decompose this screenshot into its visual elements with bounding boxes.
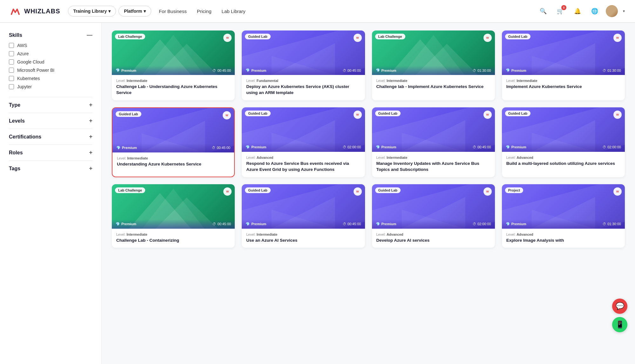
badge-tag-2: Guided Lab bbox=[245, 34, 271, 39]
expand-icon: + bbox=[89, 149, 92, 156]
logo[interactable]: WHIZLABS bbox=[10, 5, 60, 17]
card-thumb-5: Guided LabW 💎 Premium ⏱ 00:45:00 bbox=[112, 108, 234, 152]
wl-logo-5: W bbox=[223, 111, 231, 119]
card-level-12: Level: Advanced bbox=[506, 233, 620, 236]
card-12[interactable]: ProjectW 💎 Premium ⏱ 01:30:00 Level: Adv… bbox=[502, 184, 625, 248]
language-button[interactable]: 🌐 bbox=[589, 5, 601, 17]
pricing-link[interactable]: Pricing bbox=[192, 9, 217, 14]
clock-icon: ⏱ bbox=[343, 222, 346, 226]
diamond-icon: 💎 bbox=[246, 222, 250, 226]
bell-icon: 🔔 bbox=[574, 8, 581, 15]
card-4[interactable]: Guided LabW 💎 Premium ⏱ 01:30:00 Level: … bbox=[502, 30, 625, 100]
card-11[interactable]: Guided LabW 💎 Premium ⏱ 02:00:00 Level: … bbox=[372, 184, 495, 248]
card-5[interactable]: Guided LabW 💎 Premium ⏱ 00:45:00 Level: … bbox=[112, 107, 235, 177]
skills-header[interactable]: Skills — bbox=[9, 32, 92, 38]
card-3[interactable]: Lab ChallengeW 💎 Premium ⏱ 01:30:00 Leve… bbox=[372, 30, 495, 100]
skill-checkbox-kubernetes[interactable] bbox=[9, 76, 14, 81]
expand-icon: + bbox=[89, 165, 92, 172]
skill-checkbox-aws[interactable] bbox=[9, 43, 14, 48]
card-title-6: Respond to Azure Service Bus events rece… bbox=[246, 161, 360, 173]
card-title-11: Develop Azure AI services bbox=[376, 238, 490, 244]
card-thumb-8: Guided LabW 💎 Premium ⏱ 02:00:00 bbox=[502, 107, 625, 152]
roles-filter[interactable]: Roles + bbox=[9, 145, 92, 160]
clock-icon: ⏱ bbox=[603, 222, 606, 226]
card-level-3: Level: Intermediate bbox=[376, 79, 490, 83]
card-1[interactable]: Lab ChallengeW 💎 Premium ⏱ 00:45:00 Leve… bbox=[112, 30, 235, 100]
card-thumb-1: Lab ChallengeW 💎 Premium ⏱ 00:45:00 bbox=[112, 30, 235, 75]
card-7[interactable]: Guided LabW 💎 Premium ⏱ 00:45:00 Level: … bbox=[372, 107, 495, 177]
skill-checkbox-microsoft-power-bi[interactable] bbox=[9, 68, 14, 73]
premium-tag-5: 💎 Premium bbox=[116, 146, 137, 150]
card-level-8: Level: Advanced bbox=[506, 156, 620, 159]
platform-btn[interactable]: Platform ▾ bbox=[118, 6, 151, 17]
certifications-filter[interactable]: Certifications + bbox=[9, 129, 92, 145]
notification-button[interactable]: 🔔 bbox=[571, 5, 584, 17]
certifications-label: Certifications bbox=[9, 134, 41, 140]
card-title-10: Use an Azure AI Services bbox=[246, 238, 360, 244]
time-tag-7: ⏱ 00:45:00 bbox=[473, 145, 491, 149]
skill-checkbox-azure[interactable] bbox=[9, 51, 14, 56]
clock-icon: ⏱ bbox=[343, 69, 346, 72]
sidebar: Skills — AWSAzureGoogle CloudMicrosoft P… bbox=[0, 23, 102, 364]
card-title-1: Challenge Lab - Understanding Azure Kube… bbox=[116, 84, 230, 96]
skill-item-kubernetes: Kubernetes bbox=[9, 76, 92, 81]
card-9[interactable]: Lab ChallengeW 💎 Premium ⏱ 00:45:00 Leve… bbox=[112, 184, 235, 248]
wl-logo-2: W bbox=[354, 34, 362, 42]
skill-checkbox-google-cloud[interactable] bbox=[9, 59, 14, 64]
chat-button[interactable]: 💬 bbox=[612, 299, 627, 314]
card-10[interactable]: Guided LabW 💎 Premium ⏱ 00:45:00 Level: … bbox=[242, 184, 365, 248]
skill-checkbox-jupyter[interactable] bbox=[9, 84, 14, 89]
skills-label: Skills bbox=[9, 32, 22, 38]
diamond-icon: 💎 bbox=[376, 68, 380, 72]
for-business-link[interactable]: For Business bbox=[154, 9, 192, 14]
card-thumb-11: Guided LabW 💎 Premium ⏱ 02:00:00 bbox=[372, 184, 495, 229]
training-library-btn[interactable]: Training Library ▾ bbox=[68, 6, 116, 17]
skill-label-kubernetes: Kubernetes bbox=[17, 76, 40, 81]
diamond-icon: 💎 bbox=[506, 68, 510, 72]
card-8[interactable]: Guided LabW 💎 Premium ⏱ 02:00:00 Level: … bbox=[502, 107, 625, 177]
badge-tag-8: Guided Lab bbox=[505, 111, 531, 116]
wl-logo-11: W bbox=[483, 187, 492, 196]
type-filter[interactable]: Type + bbox=[9, 97, 92, 113]
card-level-9: Level: Intermediate bbox=[116, 233, 230, 236]
skill-label-microsoft-power-bi: Microsoft Power BI bbox=[17, 68, 54, 73]
lab-library-link[interactable]: Lab Library bbox=[217, 9, 251, 14]
chevron-down-icon: ▾ bbox=[144, 9, 146, 14]
badge-tag-1: Lab Challenge bbox=[115, 34, 145, 39]
skill-label-azure: Azure bbox=[17, 51, 29, 56]
card-thumb-7: Guided LabW 💎 Premium ⏱ 00:45:00 bbox=[372, 107, 495, 152]
premium-tag-10: 💎 Premium bbox=[246, 222, 266, 226]
card-6[interactable]: Guided LabW 💎 Premium ⏱ 02:00:00 Level: … bbox=[242, 107, 365, 177]
badge-tag-10: Guided Lab bbox=[245, 187, 271, 193]
main-content: Lab ChallengeW 💎 Premium ⏱ 00:45:00 Leve… bbox=[102, 23, 635, 364]
search-button[interactable]: 🔍 bbox=[537, 5, 549, 17]
card-level-1: Level: Intermediate bbox=[116, 79, 230, 83]
premium-tag-9: 💎 Premium bbox=[116, 222, 136, 226]
card-title-12: Explore Image Analysis with bbox=[506, 238, 620, 244]
whatsapp-button[interactable]: 📱 bbox=[612, 317, 627, 332]
skill-item-jupyter: Jupyter bbox=[9, 84, 92, 89]
diamond-icon: 💎 bbox=[116, 68, 120, 72]
time-tag-9: ⏱ 00:45:00 bbox=[213, 222, 231, 226]
wl-logo-9: W bbox=[223, 187, 232, 196]
skill-label-google-cloud: Google Cloud bbox=[17, 59, 44, 64]
cart-button[interactable]: 🛒 0 bbox=[554, 5, 566, 17]
badge-tag-11: Guided Lab bbox=[375, 187, 401, 193]
avatar[interactable] bbox=[606, 5, 618, 17]
expand-icon: + bbox=[89, 118, 92, 124]
clock-icon: ⏱ bbox=[473, 222, 476, 226]
clock-icon: ⏱ bbox=[603, 145, 606, 149]
logo-text: WHIZLABS bbox=[24, 8, 60, 15]
levels-filter[interactable]: Levels + bbox=[9, 113, 92, 129]
wl-logo-8: W bbox=[613, 111, 622, 119]
collapse-icon: — bbox=[87, 32, 92, 38]
cards-grid: Lab ChallengeW 💎 Premium ⏱ 00:45:00 Leve… bbox=[112, 30, 625, 248]
cart-badge: 0 bbox=[561, 5, 566, 10]
badge-tag-6: Guided Lab bbox=[245, 111, 271, 116]
fab-group: 💬 📱 bbox=[612, 299, 627, 332]
tags-filter[interactable]: Tags + bbox=[9, 160, 92, 176]
badge-tag-3: Lab Challenge bbox=[375, 34, 405, 39]
premium-tag-8: 💎 Premium bbox=[506, 145, 526, 149]
card-2[interactable]: Guided LabW 💎 Premium ⏱ 00:45:00 Level: … bbox=[242, 30, 365, 100]
wl-logo-3: W bbox=[483, 34, 492, 42]
